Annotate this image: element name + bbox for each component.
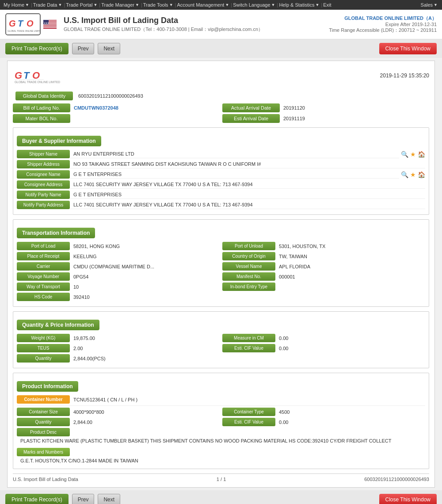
global-data-identity-row: Global Data Identity 6003201911210000000…: [13, 90, 429, 102]
notify-party-address-value: LLC 7401 SECURITY WAY JERSEY VILLAGE TX …: [70, 201, 425, 209]
measure-in-cm-label: Measure in CM: [222, 334, 275, 342]
consignee-icons: 🔍 ★ 🏠: [401, 171, 425, 178]
svg-rect-11: [43, 27, 57, 28]
shipper-name-row: Shipper Name AN RYU ENTERPRISE LTD 🔍 ★ 🏠: [17, 150, 425, 158]
mater-bol-label: Mater BOL No.: [13, 114, 70, 123]
doc-timestamp: 2019-11-29 15:35:20: [380, 73, 429, 79]
nav-switch-language[interactable]: Switch Language ▼: [233, 2, 275, 8]
gto-logo-svg: G T O GLOBAL TRADE ONLINE LIMITED: [5, 13, 41, 35]
bill-of-lading-value: CMDUTWN0372048: [70, 105, 220, 111]
product-qty-cif-row: Quantity 2,844.00 Esti. CIF Value 0.00: [17, 418, 425, 426]
carrier-vessel-row: Carrier CMDU (COMPAGNIE MARITIME D... Ve…: [17, 262, 425, 271]
mater-bol-row: Mater BOL No. Esti Arrival Date 20191119: [13, 114, 429, 123]
svg-text:O: O: [32, 70, 40, 81]
svg-rect-9: [43, 25, 57, 26]
nav-trade-data[interactable]: Trade Data ▼: [33, 2, 62, 8]
notify-party-address-label: Notify Party Address: [17, 201, 70, 209]
svg-text:G: G: [15, 70, 22, 81]
product-esti-cif-value: 0.00: [275, 418, 425, 426]
shipper-name-value: AN RYU ENTERPRISE LTD: [70, 150, 399, 158]
nav-trade-manager[interactable]: Trade Manager ▼: [101, 2, 139, 8]
next-button-top[interactable]: Next: [98, 43, 120, 54]
shipper-home-icon[interactable]: 🏠: [418, 151, 425, 158]
hs-code-value: 392410: [70, 293, 220, 301]
port-of-load-label: Port of Load: [17, 242, 70, 250]
nav-sales[interactable]: Sales ▼: [421, 2, 438, 8]
header-title-section: U.S. Import Bill of Lading Data GLOBAL T…: [64, 16, 329, 33]
page-title: U.S. Import Bill of Lading Data: [64, 16, 329, 25]
svg-text:T: T: [18, 19, 24, 28]
container-size-type-row: Container Size 4000*900*800 Container Ty…: [17, 408, 425, 416]
esti-cif-value-value: 0.00: [275, 344, 425, 352]
weight-kg-value: 19,875.00: [70, 334, 220, 342]
manifest-no-value: 000001: [275, 273, 425, 281]
consignee-address-value: LLC 7401 SECURITY WAY JERSEY VILLAGE TX …: [70, 180, 425, 189]
consignee-name-label: Consignee Name: [17, 170, 70, 179]
vessel-name-value: APL FLORIDA: [275, 263, 425, 271]
shipper-name-label: Shipper Name: [17, 150, 70, 158]
esti-arrival-date-value: 20191119: [280, 116, 429, 121]
nav-account-management[interactable]: Account Management ▼: [177, 2, 229, 8]
notify-party-name-row: Notify Party Name G E T ENTERPRISES: [17, 191, 425, 199]
global-data-identity-label: Global Data Identity: [15, 92, 73, 100]
next-button-bottom[interactable]: Next: [98, 494, 120, 504]
nav-help-statistics[interactable]: Help & Statistics ▼: [279, 2, 319, 8]
nav-trade-portal[interactable]: Trade Portal ▼: [66, 2, 97, 8]
carrier-value: CMDU (COMPAGNIE MARITIME D...: [70, 263, 220, 271]
doc-logo: G T O GLOBAL TRADE ONLINE LIMITED: [13, 66, 70, 85]
container-size-label: Container Size: [17, 408, 70, 416]
nav-my-home[interactable]: My Home ▼: [4, 2, 29, 8]
bill-of-lading-label: Bill of Lading No.: [13, 103, 70, 112]
consignee-search-icon[interactable]: 🔍: [401, 171, 408, 178]
actual-arrival-date-label: Actual Arrival Date: [222, 103, 280, 112]
way-of-transport-label: Way of Transport: [17, 283, 70, 291]
svg-text:T: T: [23, 70, 30, 81]
quantity-price-header: Quantity & Price Information: [17, 320, 99, 330]
svg-text:O: O: [27, 19, 34, 28]
voyage-number-label: Voyage Number: [17, 272, 70, 281]
nav-exit[interactable]: Exit: [323, 2, 331, 8]
close-button-top[interactable]: Close This Window: [379, 43, 437, 54]
doc-logo-svg: G T O GLOBAL TRADE ONLINE LIMITED: [13, 66, 70, 85]
product-desc-section: Product Desc PLASTIC KITCHEN WARE (PLAST…: [17, 428, 425, 445]
company-name: GLOBAL TRADE ONLINE LIMITED（A）: [329, 15, 437, 22]
country-of-origin-label: Country of Origin: [222, 252, 275, 260]
consignee-home-icon[interactable]: 🏠: [418, 171, 425, 178]
print-button-bottom[interactable]: Print Trade Record(s): [5, 494, 69, 504]
container-type-label: Container Type: [222, 408, 275, 416]
quantity-row: Quantity 2,844.00(PCS): [17, 354, 425, 363]
svg-text:GLOBAL TRADE ONLINE LIMITED: GLOBAL TRADE ONLINE LIMITED: [8, 30, 41, 32]
svg-text:GLOBAL TRADE ONLINE LIMITED: GLOBAL TRADE ONLINE LIMITED: [15, 80, 60, 84]
nav-trade-tools[interactable]: Trade Tools ▼: [143, 2, 173, 8]
prev-button-bottom[interactable]: Prev: [72, 494, 95, 504]
buyer-supplier-header: Buyer & Supplier Information: [17, 136, 101, 146]
hs-code-label: HS Code: [17, 293, 70, 301]
shipper-address-row: Shipper Address NO 93 TAIKANG STREET SAN…: [17, 160, 425, 168]
transport-inbond-row: Way of Transport 10 In-bond Entry Type: [17, 283, 425, 291]
top-action-bar: Print Trade Record(s) Prev Next Close Th…: [0, 39, 442, 58]
consignee-address-label: Consignee Address: [17, 180, 70, 189]
header-bar: G T O GLOBAL TRADE ONLINE LIMITED ★★★ U.…: [0, 10, 442, 39]
logo-area: G T O GLOBAL TRADE ONLINE LIMITED ★★★: [5, 13, 59, 35]
port-of-load-value: 58201, HONG KONG: [70, 242, 220, 250]
print-button-top[interactable]: Print Trade Record(s): [5, 43, 69, 54]
container-type-value: 4500: [275, 408, 425, 416]
shipper-star-icon[interactable]: ★: [410, 151, 416, 158]
voyage-manifest-row: Voyage Number 0PG54 Manifest No. 000001: [17, 272, 425, 281]
vessel-name-label: Vessel Name: [222, 262, 275, 271]
carrier-label: Carrier: [17, 262, 70, 271]
marks-numbers-value: G.E.T. HOUSTON,TX C/NO.1-2844 MADE IN TA…: [17, 456, 425, 465]
weight-measure-row: Weight (KG) 19,875.00 Measure in CM 0.00: [17, 334, 425, 342]
document-container: G T O GLOBAL TRADE ONLINE LIMITED 2019-1…: [7, 61, 435, 488]
svg-text:★★★: ★★★: [44, 22, 50, 24]
consignee-address-row: Consignee Address LLC 7401 SECURITY WAY …: [17, 180, 425, 189]
close-button-bottom[interactable]: Close This Window: [379, 494, 437, 504]
shipper-search-icon[interactable]: 🔍: [401, 151, 408, 158]
prev-button-top[interactable]: Prev: [72, 43, 95, 54]
bol-row: Bill of Lading No. CMDUTWN0372048 Actual…: [13, 103, 429, 112]
port-of-unload-value: 5301, HOUSTON, TX: [275, 242, 425, 250]
header-subtitle: GLOBAL TRADE ONLINE LIMITED（Tel：400-710-…: [64, 26, 329, 33]
product-desc-label: Product Desc: [17, 428, 70, 436]
quantity-label: Quantity: [17, 354, 70, 363]
consignee-star-icon[interactable]: ★: [410, 171, 416, 178]
